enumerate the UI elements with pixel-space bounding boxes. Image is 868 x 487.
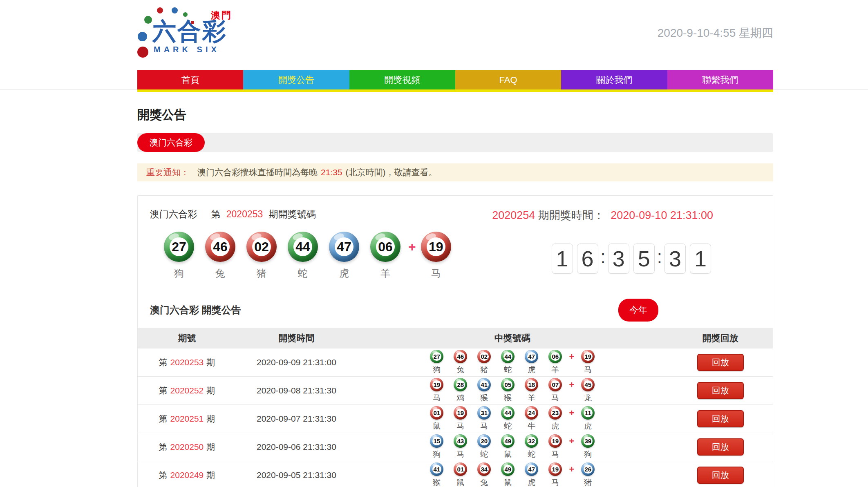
nav-tab-label: 開獎視頻 — [384, 74, 420, 86]
issue-prefix: 第 — [159, 414, 168, 423]
replay-button[interactable]: 回放 — [697, 467, 744, 484]
nav-tab[interactable]: 首頁 — [137, 70, 243, 90]
nav-underline — [137, 89, 773, 92]
lottery-ball-blue: 47 — [329, 232, 359, 262]
ball-cell: 27狗 — [425, 350, 449, 375]
ball-cell: 19马 — [449, 406, 472, 431]
issue-suffix: 期 — [206, 414, 215, 423]
lottery-ball-red: 24 — [525, 406, 538, 420]
nav-tab-label: 首頁 — [181, 74, 199, 86]
current-draw-title: 澳门六合彩 第 2020253 期開獎號碼 — [150, 208, 316, 221]
lottery-ball-green: 44 — [288, 232, 318, 262]
zodiac-label: 羊 — [528, 393, 535, 403]
ball-cell: 46兔 — [449, 350, 472, 375]
ball-cell: 46兔 — [205, 232, 235, 280]
ball-cell: 44蛇 — [288, 232, 318, 280]
ball-cell: 20蛇 — [472, 434, 496, 460]
zodiac-label: 猪 — [584, 477, 592, 487]
issue-cell: 第2020249期 — [138, 469, 236, 481]
draw-time: 2020-09-09 21:31:00 — [257, 357, 336, 367]
ball-number: 44 — [503, 352, 512, 361]
countdown-digit: 1 — [552, 244, 573, 274]
ball-cell: 19马 — [421, 232, 451, 280]
winning-numbers-cell: 15狗43马20蛇49鼠32蛇19马+39狗 — [357, 434, 668, 460]
zodiac-label: 牛 — [528, 421, 535, 431]
lottery-ball-blue: 31 — [477, 406, 491, 420]
countdown-digit: 3 — [608, 244, 629, 274]
replay-button[interactable]: 回放 — [697, 354, 744, 371]
lottery-ball-green: 39 — [581, 434, 595, 448]
zodiac-label: 兔 — [480, 477, 488, 487]
ball-number: 44 — [503, 409, 512, 418]
history-title: 澳门六合彩 開獎公告 — [150, 304, 241, 317]
issue-number: 2020252 — [170, 386, 204, 395]
nav-tab[interactable]: 開獎公告 — [243, 70, 349, 90]
ball-cell: 49鼠 — [496, 462, 520, 487]
ball-number: 19 — [584, 352, 593, 361]
replay-button[interactable]: 回放 — [697, 438, 744, 456]
zodiac-label: 虎 — [339, 267, 349, 280]
replay-button[interactable]: 回放 — [697, 382, 744, 399]
plus-sign: + — [567, 434, 576, 448]
replay-cell: 回放 — [668, 410, 773, 427]
nav-tab[interactable]: 關於我們 — [561, 70, 667, 90]
countdown-timer: 16:35:31 — [550, 237, 713, 280]
ball-cell: 45龙 — [576, 378, 600, 403]
issue-cell: 第2020252期 — [138, 385, 236, 396]
zodiac-label: 鼠 — [433, 421, 441, 431]
lottery-ball-green: 43 — [454, 434, 467, 448]
table-row: 第2020252期2020-09-08 21:31:3019马28鸡41猴05猴… — [138, 377, 773, 405]
nav-tab[interactable]: 開獎視頻 — [349, 70, 455, 90]
ball-number: 23 — [551, 409, 560, 418]
lottery-ball-green: 06 — [370, 232, 400, 262]
zodiac-label: 猴 — [480, 393, 488, 403]
this-year-button[interactable]: 今年 — [618, 299, 658, 322]
logo-title: 六合彩 — [152, 16, 227, 47]
lottery-ball-green: 44 — [501, 406, 515, 420]
site-logo[interactable]: 澳門 六合彩 MARK SIX — [137, 2, 248, 69]
issue-suffix: 期 — [206, 386, 215, 395]
ball-cell: 47虎 — [329, 232, 359, 280]
ball-number: 46 — [211, 237, 230, 256]
lottery-ball-green: 28 — [454, 378, 467, 391]
nav-tab[interactable]: 聯繫我們 — [667, 70, 773, 90]
logo-dot — [157, 7, 163, 13]
column-header: 期號 — [138, 332, 236, 344]
ball-cell: 39狗 — [576, 434, 600, 460]
ball-cell: 41猴 — [472, 378, 496, 403]
notice-time: 21:35 — [321, 168, 342, 177]
countdown-colon: : — [657, 247, 662, 270]
lottery-ball-red: 19 — [454, 406, 467, 420]
ball-number: 49 — [503, 437, 512, 446]
lottery-ball-red: 19 — [430, 378, 443, 391]
replay-cell: 回放 — [668, 467, 773, 484]
ball-number: 41 — [432, 465, 441, 474]
category-bar: 澳门六合彩 — [137, 133, 773, 152]
nav-tab[interactable]: FAQ — [455, 70, 561, 90]
zodiac-label: 马 — [551, 393, 559, 403]
issue-suffix: 期 — [206, 442, 215, 451]
countdown-digit: 6 — [577, 244, 598, 274]
table-row: 第2020250期2020-09-06 21:31:3015狗43马20蛇49鼠… — [138, 433, 773, 461]
category-pill-macau[interactable]: 澳门六合彩 — [137, 133, 205, 152]
lottery-ball-blue: 15 — [430, 434, 443, 448]
ball-cell: 06羊 — [544, 350, 567, 375]
ball-number: 20 — [480, 437, 489, 446]
ball-number: 02 — [252, 237, 271, 256]
plus-sign: + — [567, 378, 576, 391]
replay-button[interactable]: 回放 — [697, 410, 744, 427]
ball-number: 06 — [551, 352, 560, 361]
column-header: 開獎時間 — [236, 332, 357, 344]
winning-numbers-cell: 19马28鸡41猴05猴18羊07马+45龙 — [357, 378, 668, 403]
plus-sign: + — [567, 350, 576, 363]
ball-cell: 19马 — [576, 350, 600, 375]
lottery-ball-green: 27 — [430, 350, 443, 363]
ball-cell: 44蛇 — [496, 350, 520, 375]
next-issue-number: 2020254 — [492, 209, 535, 221]
lottery-ball-red: 01 — [454, 462, 467, 476]
ball-cell: 26猪 — [576, 462, 600, 487]
draw-time-cell: 2020-09-08 21:31:30 — [236, 386, 357, 395]
lottery-ball-red: 34 — [477, 462, 491, 476]
column-header: 開獎回放 — [668, 332, 773, 344]
logo-dot — [144, 16, 152, 24]
